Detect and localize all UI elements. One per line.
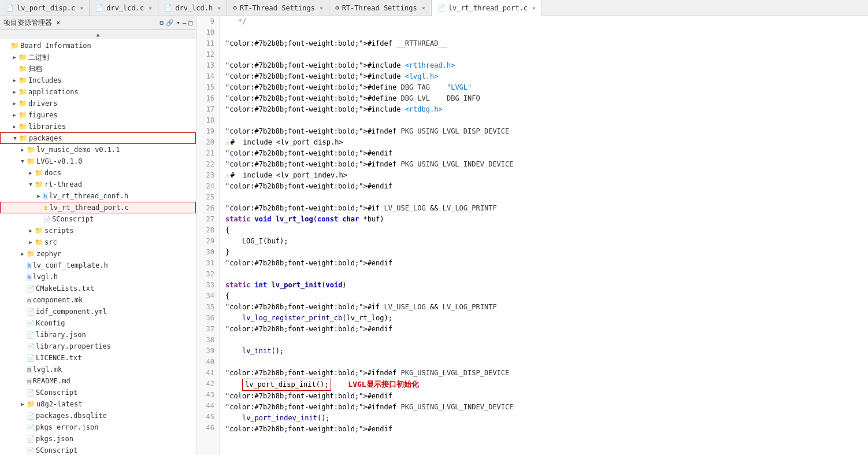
tab-label-rt_thread_settings1: RT-Thread Settings: [240, 4, 315, 12]
code-line-27: static void lv_rt_log(const char *buf): [225, 214, 862, 225]
code-line-10: [225, 27, 862, 38]
code-line-42: lv_port_disp_init(); LVGL显示接口初始化: [225, 379, 862, 391]
label-lv_music_demo: lv_music_demo-v0.1.1: [36, 146, 120, 154]
arrow-lvgl_v810: ▼: [18, 158, 27, 164]
tree-item-library_properties[interactable]: 📄library.properties: [0, 341, 196, 352]
code-line-37: "color:#7b2b8b;font-weight:bold;">#endif: [225, 324, 862, 335]
link-icon[interactable]: 🔗: [166, 19, 174, 27]
label-component_mk: component.mk: [33, 296, 83, 304]
tab-drv_lcd_h[interactable]: 📄drv_lcd.h✕: [158, 0, 227, 16]
code-line-31: "color:#7b2b8b;font-weight:bold;">#endif: [225, 258, 862, 269]
tree-item-packages_dbsqlite[interactable]: 📄packages.dbsqlite: [0, 410, 196, 421]
tree-item-SConscript-rt[interactable]: 📄SConscript: [0, 213, 196, 225]
code-lines: */ "color:#7b2b8b;font-weight:bold;">#if…: [220, 16, 868, 455]
tree-item-lvgl_h[interactable]: hlvgl.h: [0, 271, 196, 283]
tree-item-pkgs_json[interactable]: 📄pkgs.json: [0, 433, 196, 445]
tree-item-library_json[interactable]: 📄library.json: [0, 329, 196, 341]
menu-icon[interactable]: ▾: [176, 19, 180, 27]
collapse-icon[interactable]: ⊟: [160, 19, 164, 27]
code-line-20: ⚠# include <lv_port_disp.h>: [225, 137, 862, 148]
tab-close-rt_thread_settings2[interactable]: ✕: [422, 5, 425, 11]
tree-item-libraries[interactable]: ▶📁libraries: [0, 121, 196, 132]
arrow-docs: ▶: [27, 170, 35, 176]
tree-item-SConscript-lvgl[interactable]: 📄SConscript: [0, 387, 196, 398]
tree-item-SConscript-pkg[interactable]: 📄SConscript: [0, 445, 196, 455]
label-SConscript-rt: SConscript: [52, 215, 94, 223]
tree-item-board-info[interactable]: 📁Board Information: [0, 40, 196, 51]
tree-item-binary[interactable]: ▶📁二进制: [0, 51, 196, 63]
line-numbers: 9101112131415161718192021222324252627282…: [196, 16, 220, 455]
tree-item-lv_rt_thread_conf_h[interactable]: ▶hlv_rt_thread_conf.h: [0, 190, 196, 202]
code-line-14: "color:#7b2b8b;font-weight:bold;">#inclu…: [225, 71, 862, 82]
code-line-12: [225, 49, 862, 60]
tree-item-includes[interactable]: ▶📁Includes: [0, 75, 196, 86]
sidebar-scroll-up[interactable]: ▲: [0, 30, 196, 39]
tree-item-lvgl_v810[interactable]: ▼📁LVGL-v8.1.0: [0, 156, 196, 167]
maximize-icon[interactable]: □: [188, 19, 192, 27]
label-lvgl_v810: LVGL-v8.1.0: [36, 157, 82, 165]
tree-item-packages[interactable]: ▼📁packages: [0, 132, 196, 144]
tree-item-lvgl_mk[interactable]: mlvgl.mk: [0, 364, 196, 375]
label-scripts: scripts: [44, 227, 74, 235]
tab-bar: 📄lv_port_disp.c✕📄drv_lcd.c✕📄drv_lcd.h✕⚙R…: [0, 0, 868, 16]
label-Kconfig: Kconfig: [36, 319, 65, 327]
tab-drv_lcd_c[interactable]: 📄drv_lcd.c✕: [90, 0, 158, 16]
code-line-36: lv_log_register_print_cb(lv_rt_log);: [225, 313, 862, 324]
tree-item-CMakeLists_txt[interactable]: 📄CMakeLists.txt: [0, 283, 196, 294]
tree-item-idf_component_yml[interactable]: 📄idf_component.yml: [0, 306, 196, 317]
tab-label-rt_thread_settings2: RT-Thread Settings: [342, 4, 417, 12]
tree-item-rt-thread[interactable]: ▼📁rt-thread: [0, 179, 196, 190]
code-line-23: ⚠# include <lv_port_indev.h>: [225, 170, 862, 181]
tree-item-drivers[interactable]: ▶📁drivers: [0, 98, 196, 109]
code-line-25: [225, 192, 862, 203]
code-line-38: [225, 335, 862, 346]
label-lvgl_h: lvgl.h: [33, 273, 58, 281]
label-lv_rt_thread_port_c: lv_rt_thread_port.c: [50, 204, 129, 212]
arrow-scripts: ▶: [27, 228, 35, 234]
tree-item-zephyr[interactable]: ▶📁zephyr: [0, 248, 196, 260]
code-line-17: "color:#7b2b8b;font-weight:bold;">#inclu…: [225, 104, 862, 115]
tree-item-lv_conf_template_h[interactable]: hlv_conf_template.h: [0, 260, 196, 271]
tab-rt_thread_settings1[interactable]: ⚙RT-Thread Settings✕: [227, 0, 329, 16]
tree-item-figures[interactable]: ▶📁figures: [0, 109, 196, 121]
code-line-43: "color:#7b2b8b;font-weight:bold;">#endif: [225, 391, 862, 402]
tab-label-lv_rt_thread_port_c: lv_rt_thread_port.c: [448, 4, 528, 12]
arrow-zephyr: ▶: [18, 251, 27, 257]
code-line-28: {: [225, 225, 862, 236]
tab-lv_port_disp_c[interactable]: 📄lv_port_disp.c✕: [0, 0, 90, 16]
label-lv_conf_template_h: lv_conf_template.h: [33, 261, 108, 269]
tree-item-component_mk[interactable]: mcomponent.mk: [0, 294, 196, 306]
tree-item-Kconfig[interactable]: 📄Kconfig: [0, 317, 196, 329]
label-packages_dbsqlite: packages.dbsqlite: [36, 412, 107, 420]
tree-item-scripts[interactable]: ▶📁scripts: [0, 225, 196, 236]
arrow-drivers: ▶: [10, 101, 18, 106]
label-pkgs_json: pkgs.json: [36, 435, 73, 443]
tree-item-applications[interactable]: ▶📁applications: [0, 86, 196, 98]
tab-close-drv_lcd_c[interactable]: ✕: [149, 5, 152, 11]
tab-label-drv_lcd_h: drv_lcd.h: [175, 4, 213, 12]
tree-item-docs[interactable]: ▶📁docs: [0, 167, 196, 179]
tree-item-README_md[interactable]: mREADME.md: [0, 375, 196, 387]
code-line-41: "color:#7b2b8b;font-weight:bold;">#ifnde…: [225, 368, 862, 379]
tab-close-rt_thread_settings1[interactable]: ✕: [320, 5, 323, 11]
tab-icon-lv_port_disp_c: 📄: [6, 4, 14, 12]
tab-icon-drv_lcd_c: 📄: [95, 4, 103, 12]
tab-lv_rt_thread_port_c[interactable]: 📄lv_rt_thread_port.c✕: [432, 0, 542, 16]
arrow-rt-thread: ▼: [27, 182, 35, 187]
tab-icon-lv_rt_thread_port_c: 📄: [437, 4, 446, 12]
minimize-icon[interactable]: —: [183, 19, 187, 27]
tree-item-LICENCE_txt[interactable]: 📄LICENCE.txt: [0, 352, 196, 364]
label-board-info: Board Information: [20, 42, 91, 50]
tree-item-archives[interactable]: 📁归档: [0, 63, 196, 75]
tab-rt_thread_settings2[interactable]: ⚙RT-Thread Settings✕: [329, 0, 432, 16]
tab-close-lv_port_disp_c[interactable]: ✕: [80, 5, 83, 11]
tab-close-drv_lcd_h[interactable]: ✕: [217, 5, 221, 11]
label-applications: applications: [28, 88, 79, 96]
tree-item-pkgs_error_json[interactable]: 📄pkgs_error.json: [0, 421, 196, 433]
tree-item-lv_music_demo[interactable]: ▶📁lv_music_demo-v0.1.1: [0, 144, 196, 156]
tree-item-u8g2_latest[interactable]: ▶📁u8g2-latest: [0, 398, 196, 410]
tree-item-lv_rt_thread_port_c[interactable]: clv_rt_thread_port.c: [0, 202, 196, 213]
tree-item-src[interactable]: ▶📁src: [0, 236, 196, 248]
label-drivers: drivers: [28, 99, 58, 108]
tab-close-lv_rt_thread_port_c[interactable]: ✕: [532, 5, 536, 11]
